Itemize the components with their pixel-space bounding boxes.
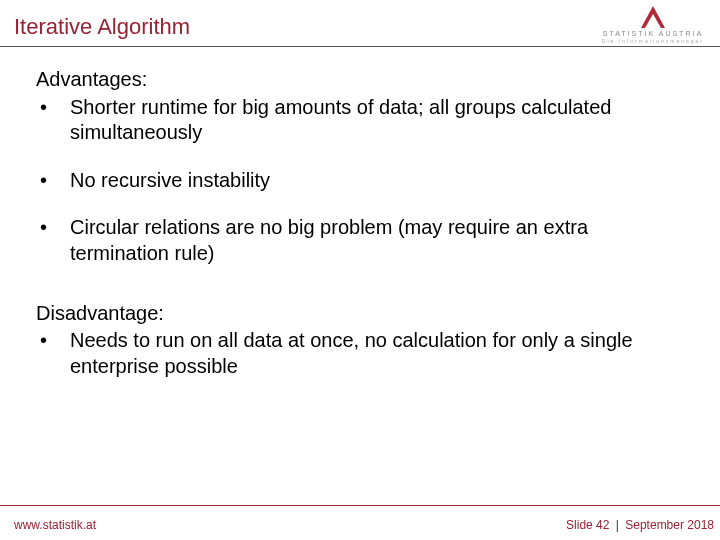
bullet-icon: • [36, 168, 70, 194]
list-item: • Needs to run on all data at once, no c… [36, 328, 684, 379]
bullet-icon: • [36, 215, 70, 266]
disadvantage-heading: Disadvantage: [36, 301, 684, 327]
footer-divider [0, 505, 720, 506]
footer-url: www.statistik.at [14, 518, 96, 532]
bullet-icon: • [36, 328, 70, 379]
advantage-text: Circular relations are no big problem (m… [70, 215, 684, 266]
advantage-text: Shorter runtime for big amounts of data;… [70, 95, 684, 146]
list-item: • Circular relations are no big problem … [36, 215, 684, 266]
disadvantage-block: Disadvantage: • Needs to run on all data… [36, 301, 684, 380]
header: Iterative Algorithm STATISTIK AUSTRIA Di… [0, 0, 720, 46]
list-item: • No recursive instability [36, 168, 684, 194]
page-title: Iterative Algorithm [14, 14, 702, 40]
logo-statistik-austria: STATISTIK AUSTRIA Die Informationsmanage… [602, 6, 704, 44]
advantage-text: No recursive instability [70, 168, 684, 194]
separator-icon: | [616, 518, 619, 532]
list-item: • Shorter runtime for big amounts of dat… [36, 95, 684, 146]
content: Advantages: • Shorter runtime for big am… [0, 47, 720, 379]
slide-number: Slide 42 [566, 518, 609, 532]
logo-icon [641, 6, 665, 28]
advantages-heading: Advantages: [36, 67, 684, 93]
logo-text: STATISTIK AUSTRIA [602, 30, 704, 37]
disadvantage-text: Needs to run on all data at once, no cal… [70, 328, 684, 379]
logo-subtext: Die Informationsmanager [602, 38, 704, 44]
bullet-icon: • [36, 95, 70, 146]
footer: www.statistik.at Slide 42 | September 20… [0, 510, 720, 540]
footer-meta: Slide 42 | September 2018 [566, 518, 714, 532]
footer-date: September 2018 [625, 518, 714, 532]
